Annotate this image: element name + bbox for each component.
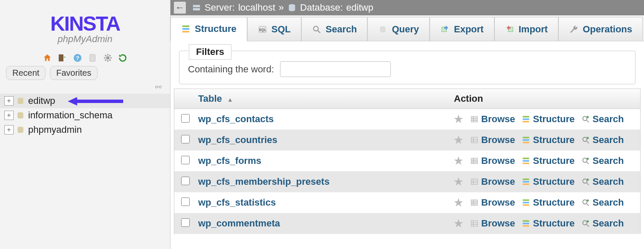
- structure-action[interactable]: Structure: [522, 197, 575, 208]
- row-checkbox[interactable]: [181, 156, 190, 164]
- db-item-information_schema[interactable]: +information_schema: [0, 108, 170, 123]
- favorites-tab[interactable]: Favorites: [50, 66, 98, 80]
- svg-line-12: [110, 55, 111, 56]
- browse-action[interactable]: Browse: [470, 135, 515, 146]
- favorite-star-icon[interactable]: ★: [454, 218, 463, 229]
- tab-operations[interactable]: Operations: [558, 17, 643, 41]
- search-action[interactable]: Search: [581, 197, 624, 208]
- tab-structure[interactable]: Structure: [170, 17, 247, 41]
- svg-rect-0: [59, 54, 64, 61]
- tab-sql[interactable]: SQL SQL: [247, 17, 301, 41]
- table-row: wp_cfs_statistics★BrowseStructureSearch: [174, 192, 641, 213]
- wrench-icon: [569, 25, 578, 34]
- collapse-icon[interactable]: ⚯: [0, 83, 170, 92]
- row-checkbox[interactable]: [181, 197, 190, 206]
- svg-rect-66: [523, 181, 529, 182]
- svg-text:SQL: SQL: [259, 28, 266, 31]
- gear-icon[interactable]: [103, 53, 113, 63]
- search-action[interactable]: Search: [581, 155, 624, 166]
- favorite-star-icon[interactable]: ★: [454, 155, 463, 167]
- reload-icon[interactable]: [118, 53, 127, 63]
- row-checkbox[interactable]: [181, 114, 190, 123]
- server-value[interactable]: localhost: [238, 2, 275, 13]
- table-row: wp_cfs_contacts★BrowseStructureSearch: [174, 109, 641, 130]
- svg-point-70: [587, 179, 589, 181]
- column-table[interactable]: Table ▲: [198, 93, 454, 104]
- favorite-star-icon[interactable]: ★: [454, 176, 463, 188]
- table-name-link[interactable]: wp_cfs_countries: [198, 135, 277, 145]
- sort-asc-icon: ▲: [227, 96, 233, 103]
- table-name-link[interactable]: wp_cfs_statistics: [198, 197, 276, 208]
- svg-rect-45: [523, 137, 529, 138]
- search-action[interactable]: Search: [581, 218, 624, 229]
- row-checkbox[interactable]: [181, 177, 190, 185]
- search-icon: [581, 219, 590, 228]
- db-item-editwp[interactable]: +editwp: [0, 94, 170, 108]
- svg-rect-85: [523, 220, 529, 222]
- db-item-phpmyadmin[interactable]: +phpmyadmin: [0, 123, 170, 137]
- breadcrumb: ← Server: localhost » Database: editwp: [170, 0, 644, 15]
- exit-icon[interactable]: [58, 53, 67, 63]
- tab-export[interactable]: Export: [430, 17, 494, 41]
- tab-search[interactable]: Search: [301, 17, 367, 41]
- database-value[interactable]: editwp: [346, 2, 373, 13]
- browse-action[interactable]: Browse: [470, 197, 515, 208]
- search-icon: [581, 136, 590, 144]
- table-row: wp_cfs_countries★BrowseStructureSearch: [174, 130, 641, 151]
- search-action[interactable]: Search: [581, 176, 624, 187]
- structure-action[interactable]: Structure: [522, 114, 575, 125]
- svg-point-40: [587, 116, 589, 118]
- browse-icon: [470, 219, 479, 228]
- expand-icon[interactable]: +: [4, 96, 14, 106]
- tab-query[interactable]: Query: [367, 17, 430, 41]
- favorite-star-icon[interactable]: ★: [454, 113, 463, 125]
- svg-rect-76: [523, 202, 529, 203]
- browse-action[interactable]: Browse: [470, 218, 515, 229]
- row-checkbox[interactable]: [181, 135, 190, 143]
- svg-rect-19: [193, 8, 200, 10]
- help-icon[interactable]: ?: [73, 53, 82, 63]
- structure-action[interactable]: Structure: [522, 176, 575, 187]
- table-name-link[interactable]: wp_commentmeta: [198, 218, 280, 229]
- structure-action[interactable]: Structure: [522, 218, 575, 229]
- svg-point-4: [106, 56, 109, 59]
- favorite-star-icon[interactable]: ★: [454, 197, 463, 209]
- tab-sql-label: SQL: [271, 24, 291, 35]
- structure-action[interactable]: Structure: [522, 135, 575, 146]
- doc-icon[interactable]: [88, 53, 97, 63]
- browse-action[interactable]: Browse: [470, 176, 515, 187]
- filters-input[interactable]: [280, 61, 391, 77]
- table-name-link[interactable]: wp_cfs_contacts: [198, 114, 274, 124]
- search-action[interactable]: Search: [581, 114, 624, 125]
- row-checkbox[interactable]: [181, 218, 190, 227]
- filters-legend: Filters: [189, 44, 231, 60]
- db-name: editwp: [28, 95, 55, 106]
- main-panel: ← Server: localhost » Database: editwp S…: [170, 0, 644, 249]
- search-icon: [581, 115, 590, 123]
- search-action[interactable]: Search: [581, 135, 624, 146]
- svg-line-11: [105, 59, 106, 60]
- favorite-star-icon[interactable]: ★: [454, 134, 463, 146]
- svg-rect-87: [523, 225, 529, 226]
- table-name-link[interactable]: wp_cfs_membership_presets: [198, 176, 329, 187]
- structure-action[interactable]: Structure: [522, 155, 575, 166]
- back-arrow-icon[interactable]: ←: [174, 2, 186, 14]
- svg-point-58: [583, 158, 587, 162]
- svg-rect-31: [471, 116, 478, 122]
- svg-rect-81: [471, 220, 478, 226]
- main-tabs: Structure SQL SQL Search Query Export Im…: [170, 15, 644, 41]
- recent-tab[interactable]: Recent: [6, 66, 46, 80]
- search-icon: [581, 177, 590, 186]
- expand-icon[interactable]: +: [4, 111, 14, 120]
- expand-icon[interactable]: +: [4, 125, 14, 135]
- breadcrumb-separator: »: [279, 2, 284, 13]
- tab-import[interactable]: Import: [494, 17, 558, 41]
- database-label: Database:: [300, 2, 343, 13]
- tab-operations-label: Operations: [583, 24, 632, 35]
- import-icon: [505, 25, 514, 34]
- browse-icon: [470, 115, 479, 123]
- home-icon[interactable]: [43, 53, 52, 63]
- browse-action[interactable]: Browse: [470, 114, 515, 125]
- browse-action[interactable]: Browse: [470, 155, 515, 166]
- table-name-link[interactable]: wp_cfs_forms: [198, 155, 261, 166]
